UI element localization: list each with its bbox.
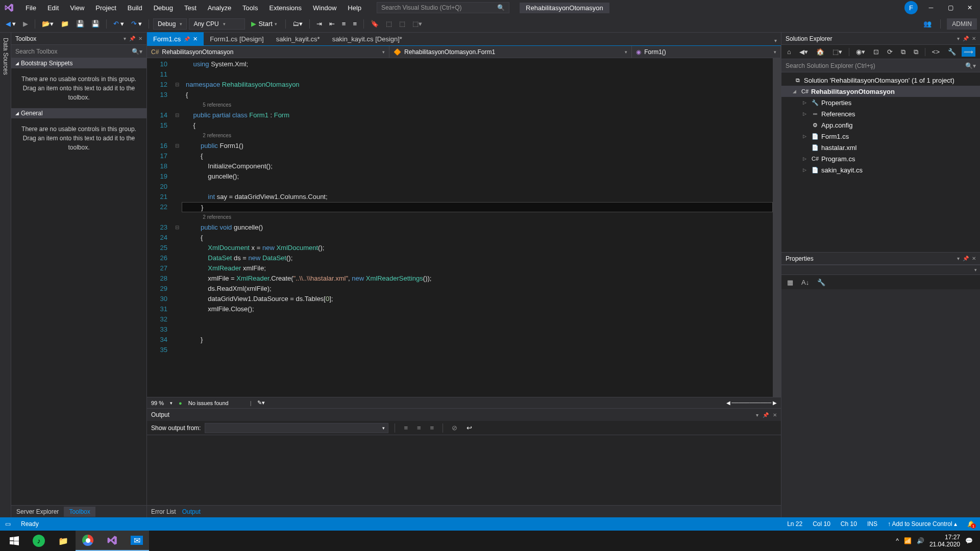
tree-item[interactable]: ▷📄Form1.cs <box>781 131 980 142</box>
document-tab[interactable]: Form1.cs 📌 ✕ <box>147 32 204 45</box>
se-icon[interactable]: ⟿ <box>962 47 975 57</box>
document-tab[interactable]: sakin_kayit.cs [Design]* <box>326 32 408 45</box>
step-button[interactable]: ⇥ <box>314 18 325 29</box>
code-line[interactable]: namespace RehabilitasyonOtomasyon <box>182 80 773 90</box>
save-all-button[interactable]: 💾 <box>89 18 102 29</box>
chrome-button[interactable] <box>76 531 100 551</box>
tree-item[interactable]: ▷📄sakin_kayit.cs <box>781 164 980 176</box>
toolbar-icon[interactable]: ⬚▾ <box>410 18 425 29</box>
tree-item[interactable]: ▷C#Program.cs <box>781 153 980 164</box>
user-avatar[interactable]: F <box>904 1 918 14</box>
tree-item[interactable]: ▷🔧Properties <box>781 97 980 108</box>
code-line[interactable]: { <box>182 233 773 243</box>
se-icon[interactable]: ⬚▾ <box>830 46 845 57</box>
tray-expand-icon[interactable]: ^ <box>896 537 899 544</box>
code-line[interactable]: using System.Xml; <box>182 59 773 69</box>
output-text[interactable] <box>147 435 781 505</box>
live-share-button[interactable]: 👥 <box>921 18 934 29</box>
close-icon[interactable]: ✕ <box>138 36 142 41</box>
toolbar-icon[interactable]: ⬚ <box>397 18 408 29</box>
codelens-references[interactable]: 5 references <box>182 100 773 110</box>
menu-project[interactable]: Project <box>90 2 121 14</box>
dropdown-icon[interactable]: ▾ <box>957 36 960 41</box>
document-tab[interactable]: Form1.cs [Design] <box>204 32 270 45</box>
code-line[interactable]: ds.ReadXml(xmlFile); <box>182 284 773 294</box>
se-icon[interactable]: ⧉ <box>898 46 908 58</box>
code-line[interactable]: xmlFile.Close(); <box>182 304 773 314</box>
comment-button[interactable]: ≡ <box>339 18 349 29</box>
code-line[interactable]: public Form1() <box>182 141 773 151</box>
code-line[interactable]: XmlDocument x = new XmlDocument(); <box>182 243 773 253</box>
toolbox-group-header[interactable]: ◢ General <box>11 108 146 118</box>
menu-view[interactable]: View <box>65 2 89 14</box>
menu-window[interactable]: Window <box>308 2 341 14</box>
pin-icon[interactable]: 📌 <box>963 256 969 261</box>
code-line[interactable] <box>182 324 773 335</box>
categorize-button[interactable]: ▦ <box>785 277 796 288</box>
code-line[interactable]: DataSet ds = new DataSet(); <box>182 253 773 263</box>
start-button[interactable]: ▶Start▾ <box>247 19 281 29</box>
brush-icon[interactable]: ✎▾ <box>257 399 265 406</box>
toolbox-search-input[interactable]: Search Toolbox 🔍▾ <box>11 45 146 58</box>
visual-studio-button[interactable] <box>100 531 125 551</box>
editor-scrollbar[interactable] <box>773 58 781 397</box>
close-button[interactable]: ✕ <box>964 2 976 14</box>
output-icon[interactable]: ≡ <box>401 422 410 433</box>
pin-icon[interactable]: 📌 <box>963 36 969 41</box>
code-line[interactable]: { <box>182 151 773 161</box>
word-wrap-button[interactable]: ↩ <box>464 422 475 433</box>
code-line[interactable]: public partial class Form1 : Form <box>182 110 773 120</box>
panel-tab[interactable]: Toolbox <box>64 507 95 517</box>
menu-edit[interactable]: Edit <box>42 2 64 14</box>
pin-icon[interactable]: 📌 <box>129 36 135 41</box>
menu-test[interactable]: Test <box>179 2 202 14</box>
output-icon[interactable]: ≡ <box>428 422 437 433</box>
data-sources-tab[interactable]: Data Sources <box>1 35 10 78</box>
se-icon[interactable]: ⊡ <box>871 46 881 57</box>
code-line[interactable]: { <box>182 120 773 131</box>
code-line[interactable]: public void guncelle() <box>182 222 773 233</box>
se-refresh-button[interactable]: ⟳ <box>885 46 895 57</box>
se-home-button[interactable]: ⌂ <box>785 46 794 57</box>
se-icon[interactable]: 🏠 <box>814 46 827 57</box>
pin-icon[interactable]: 📌 <box>763 412 769 418</box>
code-line[interactable]: InitializeComponent(); <box>182 161 773 171</box>
wifi-icon[interactable]: 📶 <box>904 537 912 544</box>
forward-button[interactable]: ▶ <box>20 18 31 29</box>
action-center-icon[interactable]: 💬 <box>965 537 973 544</box>
code-line[interactable] <box>182 182 773 192</box>
uncomment-button[interactable]: ≡ <box>350 18 359 29</box>
code-line[interactable]: { <box>182 90 773 100</box>
bottom-tab[interactable]: Output <box>182 508 201 515</box>
se-icon[interactable]: <> <box>929 46 942 57</box>
se-icon[interactable]: 🔧 <box>945 46 959 57</box>
document-tab[interactable]: sakin_kayit.cs* <box>270 32 326 45</box>
volume-icon[interactable]: 🔊 <box>917 537 924 544</box>
nav-member-combo[interactable]: ◉Form1()▾ <box>632 46 781 58</box>
explorer-button[interactable]: 📁 <box>51 531 76 551</box>
dropdown-icon[interactable]: ▾ <box>124 36 126 41</box>
code-line[interactable]: int say = dataGridView1.Columns.Count; <box>182 192 773 202</box>
close-icon[interactable]: ✕ <box>972 256 976 261</box>
platform-combo[interactable]: Any CPU▾ <box>189 18 245 30</box>
clear-output-button[interactable]: ⊘ <box>449 422 460 433</box>
code-line[interactable] <box>182 345 773 355</box>
tree-item[interactable]: ◢C#RehabilitasyonOtomasyon <box>781 86 980 97</box>
se-icon[interactable]: ⧉ <box>911 46 921 58</box>
code-line[interactable]: guncelle(); <box>182 171 773 182</box>
toolbox-group-header[interactable]: ◢ Bootstrap Snippets <box>11 58 146 68</box>
close-icon[interactable]: ✕ <box>972 36 976 41</box>
code-line[interactable]: } <box>182 335 773 345</box>
codelens-references[interactable]: 2 references <box>182 212 773 222</box>
se-back-button[interactable]: ◀▾ <box>797 46 811 57</box>
save-button[interactable]: 💾 <box>74 18 87 29</box>
props-icon[interactable]: 🔧 <box>815 277 828 288</box>
output-icon[interactable]: ≡ <box>414 422 424 433</box>
mail-button[interactable]: ✉ <box>125 531 149 551</box>
bookmark-button[interactable]: 🔖 <box>368 18 381 29</box>
output-source-combo[interactable]: ▾ <box>205 423 388 433</box>
dropdown-icon[interactable]: ▾ <box>957 256 960 261</box>
menu-analyze[interactable]: Analyze <box>203 2 236 14</box>
code-editor[interactable]: 1011121314151617181920212223242526272829… <box>147 58 781 397</box>
code-line[interactable]: } <box>182 202 773 212</box>
